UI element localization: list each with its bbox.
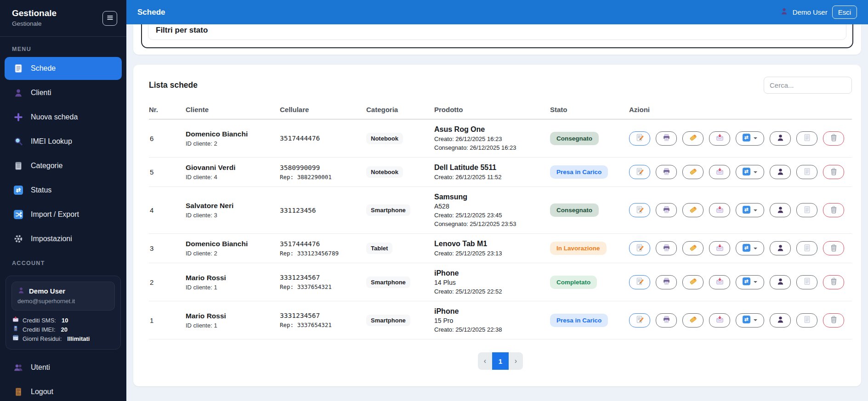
client-button[interactable] bbox=[770, 165, 791, 179]
sidebar-item-logout[interactable]: Logout bbox=[5, 380, 122, 401]
client-button[interactable] bbox=[770, 275, 791, 289]
product-cell: Lenovo Tab M1 Creato: 25/12/2025 23:13 bbox=[434, 240, 550, 257]
phone-number: 3517444476 bbox=[280, 240, 366, 248]
notes-button[interactable] bbox=[796, 313, 817, 328]
label-button[interactable] bbox=[682, 241, 703, 255]
print-button[interactable] bbox=[656, 313, 677, 328]
account-card: Demo User demo@superhornet.it Crediti SM… bbox=[6, 276, 121, 350]
chevron-down-icon bbox=[754, 171, 757, 175]
status-badge: Completato bbox=[550, 276, 597, 289]
sidebar-item-status[interactable]: Status bbox=[5, 179, 122, 202]
status-cell: Completato bbox=[550, 276, 629, 289]
product-delivered: Consegnato: 26/12/2025 16:23 bbox=[434, 144, 550, 151]
table-row: 5 Giovanni Verdi ID cliente: 4 358099009… bbox=[149, 158, 852, 187]
credit-value: Illimitati bbox=[67, 334, 90, 344]
category-cell: Smartphone bbox=[366, 277, 434, 288]
status-dropdown-button[interactable] bbox=[736, 313, 764, 328]
notes-button[interactable] bbox=[796, 165, 817, 179]
tag-icon bbox=[689, 277, 697, 287]
content: Filtri per stato Lista schede Nr. Client… bbox=[126, 24, 868, 401]
sidebar-item-nuova-scheda[interactable]: Nuova scheda bbox=[5, 106, 122, 129]
sidebar-item-label: Impostazioni bbox=[31, 235, 72, 243]
client-id: ID cliente: 2 bbox=[186, 250, 280, 257]
client-cell: Mario Rossi ID cliente: 1 bbox=[186, 312, 280, 329]
edit-card-button[interactable] bbox=[629, 203, 650, 217]
delete-button[interactable] bbox=[823, 313, 844, 328]
memo-edit-icon bbox=[636, 277, 644, 287]
sms-button[interactable] bbox=[709, 165, 730, 179]
sidebar-item-imei-lookup[interactable]: IMEI Lookup bbox=[5, 130, 122, 153]
sidebar-item-schede[interactable]: Schede bbox=[5, 57, 122, 80]
sidebar-item-utenti[interactable]: Utenti bbox=[5, 356, 122, 379]
status-dropdown-button[interactable] bbox=[736, 203, 764, 217]
print-button[interactable] bbox=[656, 165, 677, 179]
print-button[interactable] bbox=[656, 275, 677, 289]
edit-card-button[interactable] bbox=[629, 241, 650, 255]
client-button[interactable] bbox=[770, 241, 791, 255]
status-dropdown-button[interactable] bbox=[736, 241, 764, 255]
sidebar-toggle-button[interactable] bbox=[102, 11, 117, 26]
logout-button[interactable]: Esci bbox=[832, 6, 857, 19]
label-button[interactable] bbox=[682, 165, 703, 179]
sidebar-item-categorie[interactable]: Categorie bbox=[5, 154, 122, 177]
pagination-prev[interactable]: ‹ bbox=[478, 352, 492, 370]
label-button[interactable] bbox=[682, 131, 703, 146]
client-button[interactable] bbox=[770, 313, 791, 328]
envelope-download-icon bbox=[716, 206, 724, 215]
phone-number: 3331234567 bbox=[280, 274, 366, 281]
memo-edit-icon bbox=[636, 134, 644, 143]
notepad-icon bbox=[14, 161, 23, 170]
pagination-next[interactable]: › bbox=[509, 352, 523, 370]
phone-cell: 3331234567 Rep: 3337654321 bbox=[280, 274, 366, 290]
filters-card: Filtri per stato bbox=[133, 24, 861, 55]
print-button[interactable] bbox=[656, 131, 677, 146]
trash-icon bbox=[830, 277, 838, 287]
document-icon bbox=[803, 206, 811, 215]
sidebar-item-import-export[interactable]: Import / Export bbox=[5, 203, 122, 226]
edit-card-button[interactable] bbox=[629, 131, 650, 146]
status-dropdown-button[interactable] bbox=[736, 275, 764, 289]
label-button[interactable] bbox=[682, 203, 703, 217]
delete-button[interactable] bbox=[823, 165, 844, 179]
client-button[interactable] bbox=[770, 203, 791, 217]
status-dropdown-button[interactable] bbox=[736, 165, 764, 179]
sidebar-item-clienti[interactable]: Clienti bbox=[5, 81, 122, 104]
print-button[interactable] bbox=[656, 241, 677, 255]
notes-button[interactable] bbox=[796, 275, 817, 289]
product-sub: A528 bbox=[434, 203, 550, 210]
label-button[interactable] bbox=[682, 275, 703, 289]
notes-button[interactable] bbox=[796, 241, 817, 255]
sidebar-item-label: Utenti bbox=[31, 363, 50, 372]
sms-button[interactable] bbox=[709, 275, 730, 289]
tag-icon bbox=[689, 206, 697, 215]
sms-button[interactable] bbox=[709, 313, 730, 328]
delete-button[interactable] bbox=[823, 131, 844, 146]
edit-card-button[interactable] bbox=[629, 275, 650, 289]
edit-card-button[interactable] bbox=[629, 313, 650, 328]
document-icon bbox=[803, 316, 811, 325]
sms-button[interactable] bbox=[709, 131, 730, 146]
client-button[interactable] bbox=[770, 131, 791, 146]
tag-icon bbox=[689, 244, 697, 253]
phone-number: 3517444476 bbox=[280, 135, 366, 142]
delete-button[interactable] bbox=[823, 275, 844, 289]
pagination-page-1[interactable]: 1 bbox=[492, 352, 509, 370]
sms-button[interactable] bbox=[709, 203, 730, 217]
label-button[interactable] bbox=[682, 313, 703, 328]
status-dropdown-button[interactable] bbox=[736, 131, 764, 146]
search-input[interactable] bbox=[764, 77, 852, 94]
edit-card-button[interactable] bbox=[629, 165, 650, 179]
trash-icon bbox=[830, 134, 838, 143]
client-id: ID cliente: 1 bbox=[186, 284, 280, 291]
sidebar-item-impostazioni[interactable]: Impostazioni bbox=[5, 227, 122, 250]
tag-icon bbox=[689, 168, 697, 177]
notes-button[interactable] bbox=[796, 131, 817, 146]
print-button[interactable] bbox=[656, 203, 677, 217]
notes-button[interactable] bbox=[796, 203, 817, 217]
phone-rep: Rep: 3337654321 bbox=[280, 322, 366, 328]
product-created: Creato: 25/12/2025 22:38 bbox=[434, 326, 550, 333]
sms-button[interactable] bbox=[709, 241, 730, 255]
delete-button[interactable] bbox=[823, 241, 844, 255]
sidebar-item-label: Schede bbox=[31, 64, 56, 73]
delete-button[interactable] bbox=[823, 203, 844, 217]
